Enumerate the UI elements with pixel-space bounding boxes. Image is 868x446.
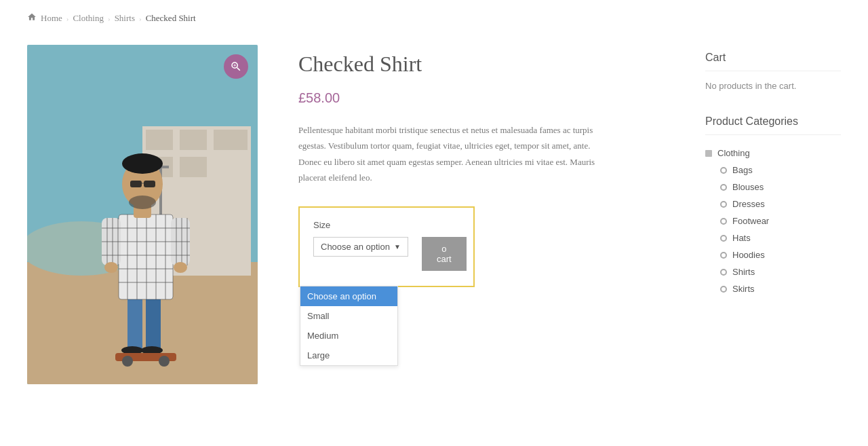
svg-rect-11 <box>127 296 142 350</box>
svg-rect-3 <box>146 130 173 150</box>
svg-point-41 <box>104 262 118 273</box>
categories-title: Product Categories <box>705 115 841 135</box>
dropdown-option-default[interactable]: Choose an option <box>300 286 397 306</box>
breadcrumb-clothing[interactable]: Clothing <box>73 13 104 24</box>
product-details: Checked Shirt £58.00 Pellentesque habita… <box>298 45 665 384</box>
category-shirts-link[interactable]: Shirts <box>732 267 755 277</box>
svg-point-52 <box>159 356 170 367</box>
cart-empty-message: No products in the cart. <box>705 81 841 91</box>
sub-categories: Bags Blouses Dresses Footwear <box>705 162 841 297</box>
svg-point-45 <box>122 153 163 174</box>
category-skirts-link[interactable]: Skirts <box>732 284 755 294</box>
svg-rect-15 <box>119 215 173 299</box>
svg-rect-5 <box>214 130 248 150</box>
svg-point-42 <box>174 262 187 273</box>
category-blouses[interactable]: Blouses <box>720 179 841 196</box>
dropdown-option-medium[interactable]: Medium <box>300 326 397 346</box>
sub-folder-icon <box>720 218 727 225</box>
svg-rect-47 <box>144 181 155 187</box>
dropdown-list: Choose an option Small Medium Large <box>300 286 398 366</box>
size-dropdown[interactable]: Choose an option ▼ Choose an option Smal… <box>313 237 408 257</box>
svg-rect-7 <box>180 157 207 177</box>
svg-rect-46 <box>130 181 142 187</box>
category-hats[interactable]: Hats <box>720 229 841 246</box>
dropdown-option-small[interactable]: Small <box>300 306 397 326</box>
category-blouses-link[interactable]: Blouses <box>732 182 764 192</box>
size-label: Size <box>313 220 460 230</box>
category-shirts[interactable]: Shirts <box>720 263 841 280</box>
product-description: Pellentesque habitant morbi tristique se… <box>298 122 597 186</box>
breadcrumb-sep-3: › <box>139 14 142 22</box>
product-title: Checked Shirt <box>298 52 665 77</box>
dropdown-selected-value: Choose an option <box>321 242 390 252</box>
category-skirts[interactable]: Skirts <box>720 280 841 297</box>
category-bags-link[interactable]: Bags <box>732 165 753 175</box>
dropdown-arrow: ▼ <box>394 243 401 250</box>
category-bags[interactable]: Bags <box>720 162 841 179</box>
sub-folder-icon <box>720 184 727 191</box>
sub-folder-icon <box>720 235 727 242</box>
sub-folder-icon <box>720 201 727 208</box>
category-hats-link[interactable]: Hats <box>732 233 751 243</box>
categories-section: Product Categories Clothing Bags Blouses <box>705 115 841 297</box>
breadcrumb-sep-1: › <box>66 14 69 22</box>
category-hoodies-link[interactable]: Hoodies <box>732 250 765 260</box>
breadcrumb-shirts[interactable]: Shirts <box>115 13 135 24</box>
add-to-cart-button[interactable]: o cart <box>422 237 467 271</box>
home-icon <box>27 12 37 24</box>
svg-point-51 <box>122 356 133 367</box>
svg-rect-4 <box>180 130 207 150</box>
breadcrumb: Home › Clothing › Shirts › Checked Shirt <box>27 0 841 45</box>
dropdown-trigger[interactable]: Choose an option ▼ <box>313 237 408 257</box>
sub-folder-icon <box>720 167 727 174</box>
sidebar: Cart No products in the cart. Product Ca… <box>705 45 841 384</box>
category-footwear[interactable]: Footwear <box>720 212 841 229</box>
svg-point-49 <box>129 196 156 209</box>
category-dresses[interactable]: Dresses <box>720 196 841 212</box>
cart-section: Cart No products in the cart. <box>705 52 841 91</box>
folder-icon <box>705 150 712 157</box>
sub-folder-icon <box>720 252 727 259</box>
product-price: £58.00 <box>298 90 665 106</box>
category-clothing[interactable]: Clothing <box>705 145 841 162</box>
size-selector-box: Size Choose an option ▼ Choose an option… <box>298 206 475 287</box>
breadcrumb-sep-2: › <box>108 14 111 22</box>
sub-folder-icon <box>720 286 727 293</box>
category-clothing-link[interactable]: Clothing <box>717 148 750 158</box>
category-footwear-link[interactable]: Footwear <box>732 216 769 226</box>
cart-title: Cart <box>705 52 841 71</box>
zoom-button[interactable] <box>224 54 248 79</box>
breadcrumb-current: Checked Shirt <box>146 13 196 24</box>
breadcrumb-home[interactable]: Home <box>41 13 62 24</box>
category-dresses-link[interactable]: Dresses <box>732 199 765 209</box>
category-hoodies[interactable]: Hoodies <box>720 246 841 263</box>
product-image-container <box>27 45 258 384</box>
dropdown-option-large[interactable]: Large <box>300 346 397 365</box>
sub-folder-icon <box>720 269 727 276</box>
svg-rect-12 <box>146 296 161 350</box>
